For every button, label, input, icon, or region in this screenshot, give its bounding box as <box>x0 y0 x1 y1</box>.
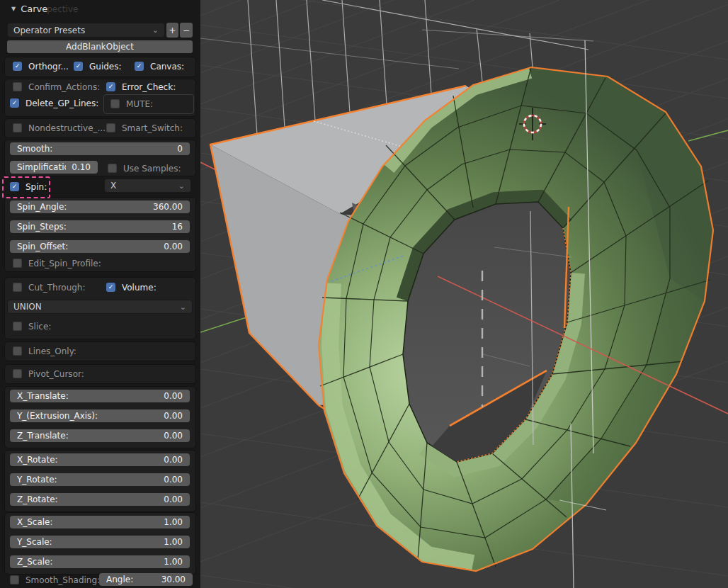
checkbox-label: Nondestructive_... <box>28 123 106 133</box>
slider-value: 0.00 <box>164 411 183 421</box>
checkmark-icon: ✓ <box>12 100 18 106</box>
checkbox[interactable]: ✓ <box>110 99 120 108</box>
boolean-mode-value: UNION <box>13 302 42 312</box>
slider-label: Z_Scale: <box>17 557 158 567</box>
checkmark-icon: ✓ <box>108 284 114 290</box>
slider-label: X_Scale: <box>17 517 158 527</box>
y-scale-slider[interactable]: Y_Scale: 1.00 <box>10 536 190 548</box>
spin-highlight-box <box>2 176 50 198</box>
check-cut-through[interactable]: ✓ Cut_Through: <box>13 282 86 293</box>
spin-offset-slider[interactable]: Spin_Offset: 0.00 <box>10 240 190 253</box>
axis-value: X <box>110 181 116 191</box>
checkbox[interactable]: ✓ <box>13 369 22 378</box>
z-rotate-slider[interactable]: Z_Rotate: 0.00 <box>10 493 190 506</box>
checkbox[interactable]: ✓ <box>13 346 22 356</box>
checkbox[interactable]: ✓ <box>10 98 19 108</box>
check-slice[interactable]: ✓ Slice: <box>13 321 51 332</box>
checkbox-label: Canvas: <box>150 62 184 72</box>
slider-value: 0.00 <box>164 431 183 441</box>
slider-value: 360.00 <box>153 202 183 212</box>
checkbox-label: Smart_Switch: <box>122 123 183 133</box>
check-use-samples[interactable]: ✓ Use Samples: <box>108 163 181 174</box>
check-error-check[interactable]: ✓ Error_Check: <box>106 81 176 92</box>
checkbox-label: Error_Check: <box>122 82 176 92</box>
check-edit-spin-profile[interactable]: ✓ Edit_Spin_Profile: <box>13 258 101 268</box>
check-mute[interactable]: ✓ MUTE: <box>110 98 153 109</box>
checkbox-label: Slice: <box>28 322 51 332</box>
spin-axis-dropdown[interactable]: X ⌄ <box>104 179 191 193</box>
slider-label: Y_Scale: <box>17 537 158 547</box>
check-smart-switch[interactable]: ✓ Smart_Switch: <box>106 123 183 133</box>
checkbox-label: Edit_Spin_Profile: <box>28 259 101 268</box>
checkbox-label: Delete_GP_Lines: <box>25 98 98 108</box>
x-translate-slider[interactable]: X_Translate: 0.00 <box>10 390 190 402</box>
slider-value: 0.00 <box>164 455 183 465</box>
z-translate-slider[interactable]: Z_Translate: 0.00 <box>10 429 190 442</box>
x-rotate-slider[interactable]: X_Rotate: 0.00 <box>10 453 190 466</box>
minus-icon: − <box>183 26 190 35</box>
smooth-slider[interactable]: Smooth: 0 <box>10 142 190 155</box>
collapse-triangle-icon[interactable]: ▼ <box>11 6 16 12</box>
slider-label: X_Rotate: <box>17 455 158 465</box>
check-canvas[interactable]: ✓ Canvas: <box>135 61 184 72</box>
check-delete-gp-lines[interactable]: ✓ Delete_GP_Lines: <box>10 98 98 108</box>
chevron-down-icon: ⌄ <box>152 26 159 35</box>
check-nondestructive[interactable]: ✓ Nondestructive_... <box>13 123 106 133</box>
add-blank-object-button[interactable]: AddBlankObject <box>7 40 193 53</box>
slider-value: 0.00 <box>164 391 183 401</box>
slider-label: Y_Rotate: <box>17 475 158 485</box>
viewport-3d[interactable] <box>200 0 728 588</box>
y-rotate-slider[interactable]: Y_Rotate: 0.00 <box>10 473 190 486</box>
operator-presets-dropdown[interactable]: Operator Presets ⌄ <box>7 23 165 38</box>
viewport-canvas[interactable] <box>200 0 728 588</box>
smooth-shading-angle-slider[interactable]: Angle: 30.00 <box>99 573 193 586</box>
checkmark-icon: ✓ <box>15 63 21 69</box>
checkbox[interactable]: ✓ <box>13 62 22 71</box>
checkbox[interactable]: ✓ <box>106 82 115 91</box>
checkbox[interactable]: ✓ <box>108 164 117 173</box>
boolean-mode-dropdown[interactable]: UNION ⌄ <box>7 300 193 314</box>
spin-angle-slider[interactable]: Spin_Angle: 360.00 <box>10 200 190 213</box>
checkbox-label: Confirm_Actions: <box>28 82 100 92</box>
checkbox[interactable]: ✓ <box>106 123 115 132</box>
checkbox[interactable]: ✓ <box>106 283 115 292</box>
check-pivot-cursor[interactable]: ✓ Pivot_Cursor: <box>13 368 84 379</box>
slider-value: 30.00 <box>161 575 186 584</box>
checkbox[interactable]: ✓ <box>13 259 22 268</box>
chevron-down-icon: ⌄ <box>180 303 186 312</box>
checkbox[interactable]: ✓ <box>135 62 144 71</box>
add-preset-button[interactable]: + <box>166 23 178 38</box>
checkmark-icon: ✓ <box>137 63 142 69</box>
slider-value: 0.00 <box>164 242 183 251</box>
check-lines-only[interactable]: ✓ Lines_Only: <box>13 346 76 356</box>
checkbox[interactable]: ✓ <box>13 82 22 91</box>
checkbox-label: Cut_Through: <box>28 283 86 293</box>
operator-panel: spective ▼ Carve Operator Presets ⌄ + − … <box>0 0 200 588</box>
y-extrusion-axis-slider[interactable]: Y_(Extrusion_Axis): 0.00 <box>10 409 190 422</box>
check-volume[interactable]: ✓ Volume: <box>106 282 157 293</box>
checkbox-label: Guides: <box>89 62 122 72</box>
panel-header[interactable]: ▼ Carve <box>11 4 47 14</box>
check-orthographic[interactable]: ✓ Orthogr... <box>13 61 69 72</box>
checkbox[interactable]: ✓ <box>13 322 22 331</box>
slider-label: Spin_Steps: <box>17 222 166 232</box>
spin-steps-slider[interactable]: Spin_Steps: 16 <box>10 220 190 233</box>
checkbox[interactable]: ✓ <box>10 575 19 584</box>
check-confirm-actions[interactable]: ✓ Confirm_Actions: <box>13 81 100 92</box>
remove-preset-button[interactable]: − <box>180 23 193 38</box>
x-scale-slider[interactable]: X_Scale: 1.00 <box>10 516 190 528</box>
simplification-slider[interactable]: Simplificatio 0.10 <box>10 161 98 174</box>
viewport-overlay-text: spective <box>42 4 78 14</box>
checkbox-label: Use Samples: <box>123 164 181 174</box>
checkbox[interactable]: ✓ <box>13 123 22 132</box>
checkbox[interactable]: ✓ <box>13 283 22 292</box>
checkbox-label: Pivot_Cursor: <box>28 369 84 379</box>
check-guides[interactable]: ✓ Guides: <box>74 61 122 72</box>
slider-label: Z_Translate: <box>17 431 158 441</box>
slider-label: Smooth: <box>17 144 171 154</box>
check-smooth-shading[interactable]: ✓ Smooth_Shading: <box>10 575 100 585</box>
checkbox-label: Orthogr... <box>28 62 69 72</box>
slider-value: 1.00 <box>164 557 183 567</box>
checkbox[interactable]: ✓ <box>74 62 83 71</box>
z-scale-slider[interactable]: Z_Scale: 1.00 <box>10 555 190 568</box>
